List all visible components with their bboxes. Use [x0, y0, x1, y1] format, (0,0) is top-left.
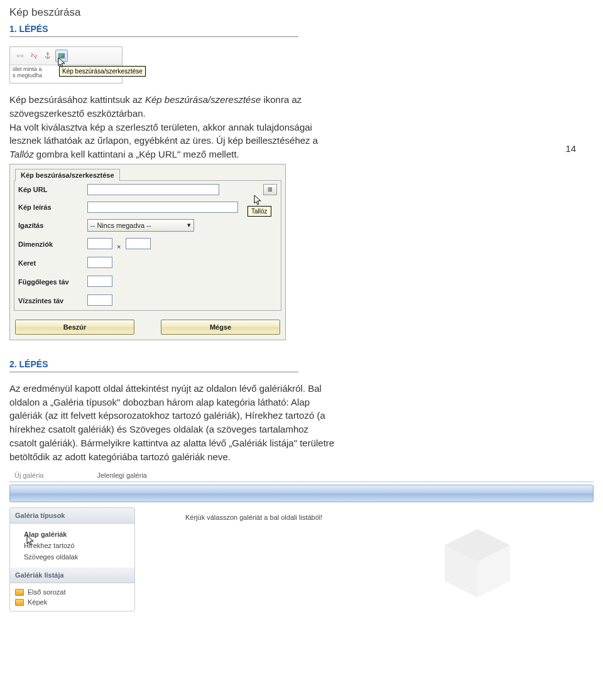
step2-paragraph: Az eredményül kapott oldal áttekintést n…: [9, 382, 336, 464]
insert-button[interactable]: Beszúr: [15, 320, 134, 335]
input-hspace[interactable]: [87, 294, 112, 306]
input-border[interactable]: [87, 257, 112, 268]
gallery-toolbar: [9, 485, 594, 502]
input-vspace[interactable]: [87, 276, 112, 287]
label-hspace: Vízszintes táv: [14, 291, 84, 310]
gallery-item-label: Képek: [28, 598, 47, 606]
step1-rule: [9, 36, 298, 37]
sidebar-header-types: Galéria típusok: [10, 508, 134, 524]
label-align: Igazítás: [14, 216, 84, 235]
sidebar-item-news[interactable]: Hírekhez tartozó: [24, 540, 129, 551]
label-desc: Kép leírás: [14, 198, 84, 216]
browse-button[interactable]: ▥: [263, 184, 277, 195]
cursor-icon: [254, 195, 263, 206]
dialog-panel: Kép URL ▥ Kép leírás Igazítás -- Nincs m…: [14, 180, 281, 311]
step1-title: 1. LÉPÉS: [9, 24, 594, 34]
sidebar-item-text-pages[interactable]: Szöveges oldalak: [24, 551, 129, 563]
gallery-item-images[interactable]: Képek: [15, 597, 129, 607]
label-border: Keret: [14, 254, 84, 272]
t1em1: Kép beszúrása/szeresztése: [145, 94, 261, 105]
input-desc[interactable]: [87, 202, 238, 213]
body-l1: ület minta a: [13, 66, 42, 72]
dim-x: ×: [114, 243, 123, 250]
input-width[interactable]: [87, 238, 112, 249]
tab-current-gallery[interactable]: Jelenlegi galéria: [97, 471, 147, 480]
step1-paragraph-1: Kép bezsúrásához kattintsuk az Kép beszú…: [9, 93, 336, 121]
gallery-screenshot: Új galéria Jelenlegi galéria Galéria típ…: [9, 470, 594, 611]
label-vspace: Függőleges táv: [14, 272, 84, 291]
input-url[interactable]: [87, 184, 219, 195]
step2-title: 2. LÉPÉS: [9, 359, 594, 369]
body-l2: s megtudha: [13, 72, 42, 78]
gallery-tabs: Új galéria Jelenlegi galéria: [9, 470, 594, 482]
svg-point-0: [47, 53, 48, 54]
cursor-icon: [58, 57, 67, 68]
align-value: -- Nincs megadva --: [90, 222, 151, 229]
watermark-icon: [437, 522, 518, 605]
page-title: Kép beszúrása: [9, 6, 594, 19]
folder-icon: [15, 589, 24, 596]
gallery-sidebar: Galéria típusok Alap galériák Hírekhez t…: [9, 507, 135, 611]
step1-paragraph-2: Ha volt kiválasztva kép a szerlesztő ter…: [9, 121, 336, 161]
unlink-icon: [28, 50, 40, 62]
tooltip-browse: Tallóz: [247, 206, 271, 217]
tooltip-insert-image: Kép beszúrása/szerkesztése: [59, 66, 146, 77]
tab-new-gallery[interactable]: Új galéria: [14, 471, 43, 480]
page-number: 14: [565, 143, 576, 154]
dialog-tab[interactable]: Kép beszúrása/szerkesztése: [15, 169, 120, 181]
cancel-button[interactable]: Mégse: [161, 320, 280, 335]
gallery-item-first[interactable]: Első sorozat: [15, 587, 129, 597]
label-url: Kép URL: [14, 181, 84, 198]
t1a: Kép bezsúrásához kattintsuk az: [9, 94, 145, 105]
folder-icon: [15, 599, 24, 606]
select-align[interactable]: -- Nincs megadva -- ▾: [87, 219, 194, 232]
anchor-icon: [41, 50, 54, 62]
t1em2: Tallóz: [9, 149, 34, 159]
cursor-icon: [26, 535, 35, 546]
input-height[interactable]: [126, 238, 151, 249]
step2-rule: [9, 372, 298, 372]
sidebar-header-list: Galériák listája: [10, 568, 134, 583]
link-icon: [14, 50, 26, 62]
t1c: Ha volt kiválasztva kép a szerlesztő ter…: [9, 122, 318, 146]
gallery-item-label: Első sorozat: [28, 588, 66, 596]
chevron-down-icon: ▾: [187, 221, 191, 229]
gallery-message: Kérjük válasszon galériát a bal oldali l…: [135, 507, 322, 611]
label-dim: Dimenziók: [14, 235, 84, 254]
toolbar-screenshot: ület minta a s megtudha Kép beszúrása/sz…: [9, 46, 122, 83]
image-dialog-screenshot: Kép beszúrása/szerkesztése Kép URL ▥ Kép…: [9, 164, 286, 340]
sidebar-item-base-galleries[interactable]: Alap galériák: [24, 529, 129, 540]
t1d: gombra kell kattintani a „Kép URL" mező …: [34, 149, 239, 159]
